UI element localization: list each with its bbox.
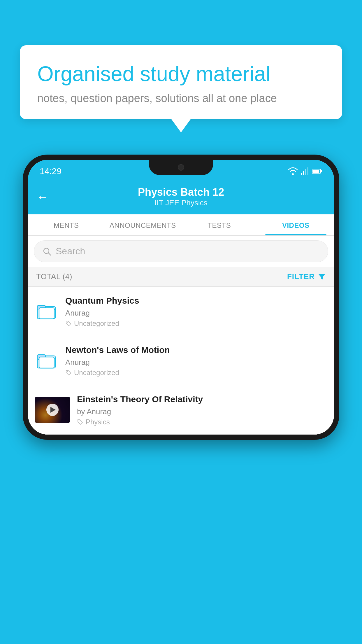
bubble-subtitle: notes, question papers, solutions all at… (37, 92, 325, 105)
tabs-bar: MENTS ANNOUNCEMENTS TESTS VIDEOS (28, 214, 334, 236)
tag-icon (65, 320, 72, 327)
video-tag: Physics (77, 418, 327, 426)
app-header: ← Physics Batch 12 IIT JEE Physics (28, 180, 334, 214)
video-author: Anurag (65, 358, 327, 367)
video-tag: Uncategorized (65, 319, 327, 328)
header-main-title: Physics Batch 12 (54, 186, 308, 198)
filter-label: FILTER (287, 272, 315, 281)
filter-icon (318, 273, 326, 281)
svg-rect-2 (305, 169, 306, 175)
tag-label: Physics (86, 418, 110, 426)
folder-icon-wrap (35, 347, 58, 374)
svg-rect-1 (303, 171, 304, 175)
header-title-area: Physics Batch 12 IIT JEE Physics (54, 186, 308, 207)
tab-tests[interactable]: TESTS (181, 214, 258, 235)
tag-label: Uncategorized (74, 369, 119, 377)
folder-icon (37, 301, 57, 321)
search-container: Search (28, 236, 334, 267)
tag-icon (65, 370, 72, 376)
svg-point-17 (79, 421, 80, 421)
list-item[interactable]: Einstein's Theory Of Relativity by Anura… (28, 385, 334, 435)
battery-icon (312, 169, 322, 174)
tab-ments[interactable]: MENTS (28, 214, 105, 235)
header-subtitle: IIT JEE Physics (54, 198, 308, 207)
list-item[interactable]: Quantum Physics Anurag Uncategorized (28, 287, 334, 336)
svg-rect-6 (321, 170, 322, 172)
svg-point-12 (67, 322, 68, 323)
video-thumbnail (35, 397, 70, 423)
folder-icon (37, 351, 57, 370)
video-info: Quantum Physics Anurag Uncategorized (65, 295, 327, 328)
speech-bubble: Organised study material notes, question… (20, 45, 342, 119)
video-author: by Anurag (77, 407, 327, 416)
folder-icon-wrap (35, 298, 58, 324)
search-input-wrapper[interactable]: Search (34, 240, 328, 262)
svg-line-8 (48, 253, 51, 255)
phone-notch (149, 160, 213, 175)
video-title: Newton's Laws of Motion (65, 344, 327, 356)
video-list: Quantum Physics Anurag Uncategorized (28, 287, 334, 435)
play-triangle-icon (50, 407, 56, 413)
status-icons (288, 167, 322, 175)
video-author: Anurag (65, 309, 327, 318)
video-title: Einstein's Theory Of Relativity (77, 393, 327, 405)
phone-wrapper: 14:29 (23, 155, 339, 644)
filter-button[interactable]: FILTER (287, 272, 326, 281)
wifi-icon (288, 167, 298, 175)
filter-bar: TOTAL (4) FILTER (28, 267, 334, 287)
svg-rect-0 (301, 173, 302, 175)
svg-rect-11 (39, 308, 54, 319)
thumbnail-overlay (35, 397, 70, 423)
video-info: Newton's Laws of Motion Anurag Uncategor… (65, 344, 327, 377)
signal-icon (301, 167, 309, 175)
phone-outer: 14:29 (23, 155, 339, 440)
list-item[interactable]: Newton's Laws of Motion Anurag Uncategor… (28, 336, 334, 385)
bubble-title: Organised study material (37, 61, 325, 86)
svg-rect-15 (39, 357, 54, 368)
search-icon (42, 247, 52, 256)
tab-videos[interactable]: VIDEOS (258, 214, 334, 235)
tag-icon (77, 419, 83, 425)
video-tag: Uncategorized (65, 369, 327, 377)
back-button[interactable]: ← (37, 191, 48, 203)
video-info: Einstein's Theory Of Relativity by Anura… (77, 393, 327, 426)
svg-rect-5 (312, 170, 319, 173)
tab-announcements[interactable]: ANNOUNCEMENTS (105, 214, 181, 235)
camera-dot (178, 164, 184, 171)
phone-screen: 14:29 (28, 160, 334, 435)
svg-point-16 (67, 371, 68, 372)
video-title: Quantum Physics (65, 295, 327, 306)
search-input[interactable]: Search (56, 246, 85, 257)
total-count: TOTAL (4) (36, 272, 72, 281)
tag-label: Uncategorized (74, 319, 119, 328)
status-time: 14:29 (40, 166, 61, 176)
play-button[interactable] (46, 404, 59, 416)
svg-rect-3 (307, 167, 308, 175)
